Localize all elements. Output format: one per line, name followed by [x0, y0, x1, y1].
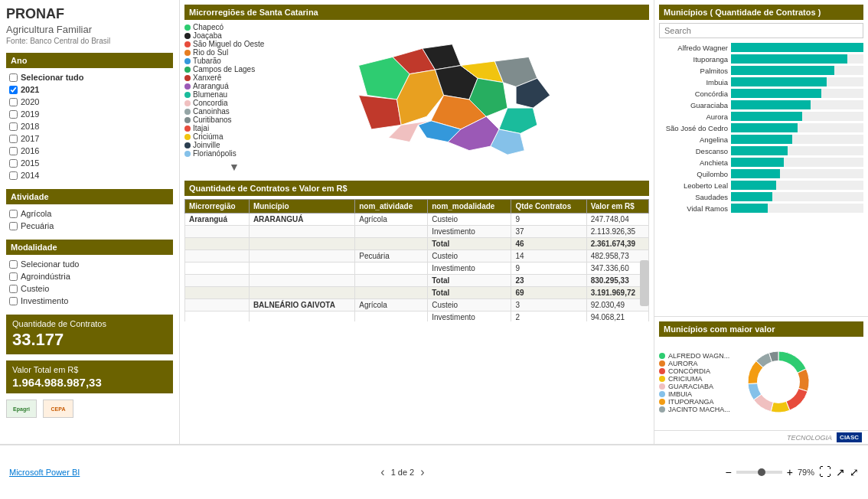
municipios-header: Municípios ( Quantidade de Contratos ) [659, 5, 863, 20]
ano-2015[interactable]: 2015 [6, 157, 173, 169]
legend-canoinhas: Canoinhas [184, 107, 284, 116]
bar-track [731, 100, 863, 109]
expand-button[interactable]: ⤢ [850, 466, 859, 478]
bar-row[interactable]: Anchieta [659, 158, 863, 167]
bar-row[interactable]: Palmitos [659, 66, 863, 75]
modalidade-investimento-checkbox[interactable] [9, 297, 18, 305]
ano-2016[interactable]: 2016 [6, 145, 173, 157]
table-row[interactable]: BALNEÁRIO GAIVOTAAgrícolaCusteio392.030,… [185, 299, 649, 311]
atividade-pecuaria-checkbox[interactable] [9, 222, 18, 230]
bar-row[interactable]: Leoberto Leal [659, 181, 863, 190]
table-row[interactable]: Total23830.295,33 [185, 275, 649, 287]
legend-criciuma: Criciúma [184, 132, 284, 141]
zoom-in-button[interactable]: + [787, 466, 793, 478]
table-cell: 247.748,04 [586, 214, 648, 226]
atividade-agricola-checkbox[interactable] [9, 210, 18, 218]
ano-select-all[interactable]: Selecionar tudo [6, 71, 173, 83]
region-xanxere[interactable] [358, 95, 401, 129]
donut-legend-label: ITUPORANGA [668, 398, 714, 406]
zoom-percent: 79% [798, 468, 814, 477]
table-scroll-container[interactable]: Microrregião Município nom_atividade nom… [184, 199, 649, 321]
bar-fill [731, 158, 784, 167]
table-row[interactable]: Total462.361.674,39 [185, 238, 649, 250]
bar-label: Vidal Ramos [659, 204, 728, 213]
ano-2018-checkbox[interactable] [9, 122, 18, 131]
search-input[interactable] [659, 23, 863, 38]
bar-row[interactable]: Quilombo [659, 169, 863, 178]
pagination: ‹ 1 de 2 › [380, 465, 424, 479]
bar-row[interactable]: Descanso [659, 146, 863, 155]
modalidade-select-all-checkbox[interactable] [9, 260, 18, 269]
table-cell: 46 [511, 238, 586, 250]
bar-track [731, 204, 863, 213]
modalidade-investimento[interactable]: Investimento [6, 295, 173, 307]
bar-row[interactable]: Saudades [659, 192, 863, 201]
bar-row[interactable]: São José do Cedro [659, 123, 863, 132]
bar-track [731, 66, 863, 75]
table-cell [249, 311, 354, 322]
share-button[interactable]: ↗ [836, 466, 845, 478]
bar-row[interactable]: Imbuia [659, 77, 863, 86]
zoom-slider-thumb[interactable] [758, 468, 765, 476]
atividade-filter: Atividade Agrícola Pecuária [6, 189, 173, 232]
prev-page-button[interactable]: ‹ [380, 465, 384, 479]
region-blumenau[interactable] [498, 108, 537, 133]
bar-row[interactable]: Aurora [659, 112, 863, 121]
bar-row[interactable]: Vidal Ramos [659, 204, 863, 213]
ano-2021-checkbox[interactable] [9, 86, 18, 94]
ano-2018[interactable]: 2018 [6, 120, 173, 132]
legend-araranguá: Araranguá [184, 82, 284, 90]
table-cell: Custeio [428, 250, 511, 263]
table-row[interactable]: PecuáriaCusteio14482.958,73 [185, 250, 649, 263]
zoom-out-button[interactable]: − [726, 466, 732, 478]
bar-row[interactable]: Concórdia [659, 89, 863, 98]
next-page-button[interactable]: › [420, 465, 424, 479]
ano-2020[interactable]: 2020 [6, 96, 173, 108]
ano-2017-checkbox[interactable] [9, 135, 18, 143]
modalidade-select-all[interactable]: Selecionar tudo [6, 258, 173, 270]
fullscreen-button[interactable]: ⛶ [819, 465, 831, 479]
modalidade-agroindustria-checkbox[interactable] [9, 272, 18, 281]
table-cell [185, 250, 250, 263]
table-section: Quantidade de Contratos e Valor em R$ Mi… [180, 176, 654, 444]
legend-more-icon[interactable]: ▼ [184, 161, 284, 173]
ano-2014[interactable]: 2014 [6, 169, 173, 181]
modalidade-custeio[interactable]: Custeio [6, 282, 173, 295]
atividade-agricola[interactable]: Agrícola [6, 207, 173, 220]
modalidade-custeio-checkbox[interactable] [9, 285, 18, 293]
donut-legend-label: GUARACIABA [668, 383, 713, 390]
scroll-bar[interactable] [640, 260, 649, 306]
donut-legend-label: CRICIUMA [668, 375, 703, 383]
bar-fill [731, 77, 827, 86]
table-row[interactable]: Investimento372.113.926,35 [185, 226, 649, 238]
zoom-slider-track[interactable] [736, 471, 782, 474]
table-row[interactable]: Investimento9347.336,60 [185, 263, 649, 275]
modalidade-agroindustria[interactable]: Agroindústria [6, 270, 173, 282]
logos: Epagri CEPA [6, 400, 173, 418]
powerbi-link[interactable]: Microsoft Power BI [9, 468, 80, 477]
table-cell: Investimento [428, 311, 511, 322]
ano-2015-checkbox[interactable] [9, 159, 18, 168]
ano-2014-checkbox[interactable] [9, 171, 18, 180]
ano-2020-checkbox[interactable] [9, 98, 18, 106]
logo-cepa: CEPA [43, 400, 73, 418]
table-row[interactable]: AraranguáARARANGUÁAgrícolaCusteio9247.74… [185, 214, 649, 226]
legend-curitibanos: Curitibanos [184, 116, 284, 124]
bar-track [731, 146, 863, 155]
atividade-pecuaria[interactable]: Pecuária [6, 220, 173, 232]
col-municipio: Município [249, 200, 354, 214]
ano-2016-checkbox[interactable] [9, 147, 18, 155]
ano-2017[interactable]: 2017 [6, 132, 173, 145]
table-row[interactable]: Investimento294.068,21 [185, 311, 649, 322]
ano-2021[interactable]: 2021 [6, 83, 173, 96]
ano-2019[interactable]: 2019 [6, 108, 173, 120]
bar-row[interactable]: Angelina [659, 135, 863, 144]
ano-select-all-checkbox[interactable] [9, 73, 18, 82]
bar-row[interactable]: Alfredo Wagner [659, 43, 863, 52]
bar-row[interactable]: Ituporanga [659, 54, 863, 64]
ano-2019-checkbox[interactable] [9, 110, 18, 119]
table-row[interactable]: Total693.191.969,72 [185, 287, 649, 299]
bar-fill [731, 54, 847, 64]
zoom-controls: − + 79% ⛶ ↗ ⤢ [726, 465, 859, 479]
bar-row[interactable]: Guaraciaba [659, 100, 863, 109]
